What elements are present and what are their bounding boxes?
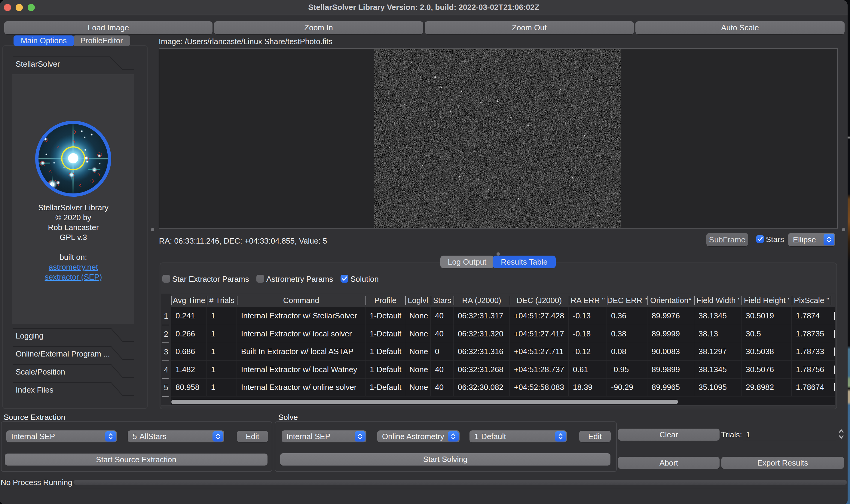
about-line: GPL v.3 [12,233,134,242]
about-text: StellarSolver Library © 2020 by Rob Lanc… [12,203,134,282]
solution-checkbox[interactable] [341,275,348,283]
splitter-handle-dot[interactable] [842,228,845,231]
extraction-edit-button[interactable]: Edit [237,431,268,442]
column-header-8[interactable]: RA ERR " [569,294,607,307]
table-row[interactable]: 0.6861Built In Extractor w/ local ASTAP1… [171,343,835,361]
toolbox-section-scale-position[interactable]: Scale/Position [16,367,65,377]
table-cell: 1.78756 [792,361,831,378]
table-cell: 30.5076 [742,361,792,378]
column-header-3[interactable]: Profile [365,294,405,307]
export-results-button[interactable]: Export Results [721,457,844,469]
about-line: © 2020 by [12,213,134,222]
combo-arrows-icon [355,431,365,442]
sextractor-link[interactable]: sextractor (SEP) [45,272,102,282]
trials-spinbox[interactable]: 1 [746,429,750,440]
table-cell: 0.686 [171,343,207,360]
table-cell: 1 [207,343,237,360]
table-cell: -0.13 [569,307,607,325]
toolbox-section-online-external[interactable]: Online/External Program ... [16,349,110,359]
table-cell: 38.1345 [694,307,742,325]
table-cell: 1-Default [365,307,405,325]
table-cell: 1 [207,307,237,325]
solution-label[interactable]: Solution [350,274,379,284]
column-header-1[interactable]: # Trials [207,294,237,307]
column-header-4[interactable]: Loglvl [405,294,431,307]
table-cell: 38.13 [694,325,742,343]
table-cell: 1.78733 [792,343,831,360]
table-cell: 38.1297 [694,343,742,360]
tab-main-options[interactable]: Main Options [14,35,74,46]
table-row[interactable]: 0.2411Internal Extractor w/ StellarSolve… [171,307,835,325]
image-path-label: Image: /Users/rlancaste/Linux Share/test… [159,37,332,46]
table-row[interactable]: 0.2661Internal Extractor w/ local solver… [171,325,835,343]
trials-spinbox-underline [743,440,836,440]
astrometry-params-checkbox[interactable] [256,275,264,283]
astrometry-params-label[interactable]: Astrometry Params [266,274,333,284]
zoom-in-button[interactable]: Zoom In [214,21,423,34]
shape-select[interactable]: Ellipse [788,233,835,246]
start-source-extraction-button[interactable]: Start Source Extraction [5,453,267,466]
auto-scale-button[interactable]: Auto Scale [636,21,845,34]
star-extractor-params-checkbox[interactable] [162,275,170,283]
star-extractor-params-label[interactable]: Star Extractor Params [172,274,249,284]
extraction-method-value: Internal SEP [11,430,55,443]
table-cell: 89.9976 [647,307,694,325]
shape-select-value: Ellipse [793,233,816,246]
abort-button[interactable]: Abort [618,457,719,469]
splitter-handle-dot[interactable] [497,252,500,256]
column-header-13[interactable]: PixScale " [792,294,831,307]
solve-profile-select[interactable]: 1-Default [469,430,567,443]
table-row[interactable]: 1.4821Internal Extractor w/ local Watney… [171,361,835,379]
solve-edit-button[interactable]: Edit [579,431,611,442]
table-cell: 0.08 [607,343,647,360]
column-header-12[interactable]: Field Height ' [742,294,792,307]
horizontal-scrollbar[interactable] [171,399,835,405]
toolbox-section-logging[interactable]: Logging [16,331,44,341]
row-number: 3 [161,343,171,361]
table-cell: +04:52:58.083 [510,378,569,396]
table-cell: 1-Default [365,325,405,343]
tab-log-output[interactable]: Log Output [440,256,494,268]
clear-button[interactable]: Clear [618,429,719,440]
subframe-button[interactable]: SubFrame [706,233,748,246]
load-image-button[interactable]: Load Image [4,21,212,34]
extraction-method-select[interactable]: Internal SEP [6,430,117,443]
table-cell: 1-Default [365,343,405,360]
extraction-profile-select[interactable]: 5-AllStars [128,430,224,443]
stars-checkbox-label[interactable]: Stars [766,235,784,244]
start-solving-button[interactable]: Start Solving [280,453,610,466]
table-cell: Internal Extractor w/ local solver [237,325,365,343]
about-line: Rob Lancaster [12,222,134,233]
column-header-11[interactable]: Field Width ' [694,294,742,307]
window-title: StellarSolver Library Version: 2.0, buil… [0,0,848,15]
column-header-0[interactable]: Avg Time [171,294,207,307]
clipped-column-sliver [831,378,835,396]
table-row[interactable]: 80.9581Internal Extractor w/ online solv… [171,378,835,396]
stellarsolver-panel [12,74,134,324]
column-header-10[interactable]: Orientation° [647,294,694,307]
tab-results-table[interactable]: Results Table [492,256,556,268]
process-status-label: No Process Running [1,478,72,487]
table-cell: 1.7874 [792,307,831,325]
table-cell: Internal Extractor w/ StellarSolver [237,307,365,325]
column-header-7[interactable]: DEC (J2000) [510,294,569,307]
column-header-2[interactable]: Command [237,294,365,307]
scrollbar-thumb[interactable] [171,400,678,404]
cursor-coordinates-label: RA: 06:33:11.246, DEC: +04:33:04.855, Va… [159,236,327,246]
toolbox-section-stellarsolver[interactable]: StellarSolver [16,59,60,69]
zoom-out-button[interactable]: Zoom Out [425,21,634,34]
image-viewport[interactable] [159,48,838,229]
toolbox-section-index-files[interactable]: Index Files [16,385,53,395]
solver-type-select[interactable]: Online Astrometry [377,430,459,443]
column-header-9[interactable]: DEC ERR " [607,294,647,307]
splitter-handle-dot[interactable] [151,228,154,231]
column-header-5[interactable]: Stars [431,294,454,307]
solve-method-select[interactable]: Internal SEP [282,430,366,443]
astrometry-link[interactable]: astrometry.net [49,263,98,271]
stars-checkbox[interactable] [756,235,764,243]
column-header-6[interactable]: RA (J2000) [454,294,510,307]
clipped-column-sliver [831,307,835,325]
tab-profile-editor[interactable]: ProfileEditor [73,35,130,46]
clipped-column-sliver [831,361,835,378]
spinbox-stepper-icon[interactable] [837,428,845,440]
